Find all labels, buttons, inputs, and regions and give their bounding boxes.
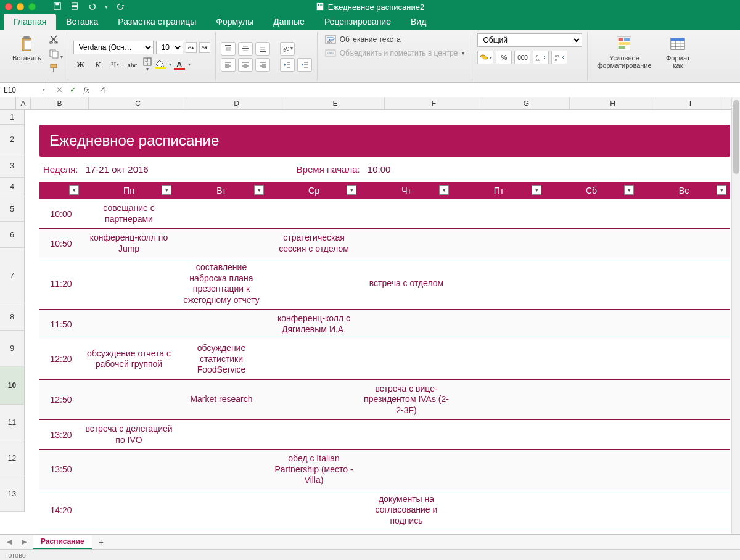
- schedule-cell[interactable]: составление наброска плана презентации к…: [175, 258, 268, 309]
- schedule-cell[interactable]: [83, 310, 175, 339]
- schedule-cell[interactable]: [638, 450, 730, 490]
- fill-color-button[interactable]: [155, 60, 166, 69]
- undo-dropdown[interactable]: ▾: [105, 4, 108, 10]
- row-header-9[interactable]: 9: [0, 331, 25, 366]
- column-header-D[interactable]: D: [187, 97, 286, 109]
- filter-dropdown-day-2[interactable]: [347, 185, 356, 195]
- format-painter-button[interactable]: [49, 63, 63, 75]
- save-icon[interactable]: [53, 2, 62, 12]
- schedule-cell[interactable]: [638, 229, 730, 258]
- schedule-cell[interactable]: [638, 258, 730, 309]
- schedule-cell[interactable]: обсуждение статистики FoodService: [175, 339, 268, 379]
- format-as-table-button[interactable]: Формат как: [659, 33, 696, 70]
- copy-button[interactable]: ▾: [49, 49, 63, 60]
- decrease-font-button[interactable]: A▾: [199, 42, 210, 53]
- font-name-select[interactable]: Verdana (Осн…: [73, 41, 154, 54]
- filter-dropdown-day-0[interactable]: [162, 185, 171, 195]
- column-header-C[interactable]: C: [89, 97, 187, 109]
- paste-button[interactable]: Вставить: [9, 33, 45, 63]
- fx-button[interactable]: fx: [80, 84, 92, 96]
- select-all-corner[interactable]: [0, 97, 16, 109]
- schedule-cell[interactable]: [360, 199, 453, 228]
- conditional-formatting-button[interactable]: Условное форматирование: [593, 33, 656, 70]
- formula-input[interactable]: [96, 86, 740, 94]
- start-time-value[interactable]: 10:00: [368, 164, 391, 175]
- tab-insert[interactable]: Вставка: [56, 14, 108, 30]
- column-header-G[interactable]: G: [483, 97, 570, 109]
- schedule-cell[interactable]: [453, 199, 545, 228]
- align-left-button[interactable]: [221, 58, 236, 72]
- schedule-cell[interactable]: встреча с отделом: [360, 258, 453, 309]
- schedule-cell[interactable]: [175, 199, 268, 228]
- number-format-select[interactable]: Общий: [477, 33, 582, 47]
- zoom-window-button[interactable]: [28, 3, 36, 10]
- sheet-nav-prev[interactable]: ◀: [4, 537, 15, 548]
- schedule-time[interactable]: 11:50: [39, 310, 83, 339]
- percent-button[interactable]: %: [496, 51, 512, 64]
- schedule-cell[interactable]: [360, 229, 453, 258]
- filter-dropdown-time[interactable]: [69, 185, 79, 195]
- day-header-3[interactable]: Чт: [360, 182, 453, 199]
- schedule-time[interactable]: 14:20: [39, 490, 83, 530]
- tab-view[interactable]: Вид: [401, 14, 436, 30]
- filter-dropdown-day-1[interactable]: [254, 185, 264, 195]
- strike-button[interactable]: abc: [125, 58, 140, 72]
- schedule-time[interactable]: 10:50: [39, 229, 83, 258]
- tab-formulas[interactable]: Формулы: [206, 14, 263, 30]
- schedule-cell[interactable]: [453, 310, 545, 339]
- align-middle-button[interactable]: [238, 42, 253, 56]
- decrease-indent-button[interactable]: [280, 58, 295, 72]
- schedule-cell[interactable]: встреча с делегацией по IVO: [83, 420, 175, 449]
- orientation-button[interactable]: ab▾: [280, 42, 295, 56]
- row-header-6[interactable]: 6: [0, 222, 25, 248]
- column-header-F[interactable]: F: [385, 97, 483, 109]
- filter-dropdown-day-3[interactable]: [439, 185, 449, 195]
- day-header-5[interactable]: Сб: [545, 182, 638, 199]
- column-header-B[interactable]: B: [31, 97, 89, 109]
- increase-decimal-button[interactable]: .0.00: [533, 51, 549, 64]
- schedule-cell[interactable]: [545, 380, 638, 420]
- schedule-cell[interactable]: [175, 229, 268, 258]
- merge-center-button[interactable]: Объединить и поместить в центре ▾: [325, 48, 465, 58]
- schedule-cell[interactable]: [638, 199, 730, 228]
- schedule-cell[interactable]: встреча с вице-президентом IVAs (2-2-3F): [360, 380, 453, 420]
- column-header-I[interactable]: I: [656, 97, 725, 109]
- italic-button[interactable]: К: [91, 58, 105, 72]
- schedule-cell[interactable]: документы на согласование и подпись: [360, 490, 453, 530]
- close-window-button[interactable]: [5, 3, 12, 10]
- row-header-1[interactable]: 1: [0, 110, 25, 125]
- schedule-cell[interactable]: стратегическая сессия с отделом: [268, 229, 360, 258]
- schedule-cell[interactable]: [83, 490, 175, 530]
- underline-button[interactable]: Ч▾: [108, 58, 123, 72]
- schedule-cell[interactable]: [83, 380, 175, 420]
- day-header-0[interactable]: Пн: [83, 182, 175, 199]
- day-header-4[interactable]: Пт: [453, 182, 545, 199]
- tab-page-layout[interactable]: Разметка страницы: [108, 14, 206, 30]
- schedule-cell[interactable]: Market research: [175, 380, 268, 420]
- schedule-cell[interactable]: конференц-колл с Дягилевым И.А.: [268, 310, 360, 339]
- schedule-cell[interactable]: [175, 450, 268, 490]
- schedule-cell[interactable]: конференц-колл по Jump: [83, 229, 175, 258]
- row-header-2[interactable]: 2: [0, 125, 25, 154]
- row-header-3[interactable]: 3: [0, 154, 25, 178]
- schedule-cell[interactable]: [545, 450, 638, 490]
- currency-button[interactable]: ▾: [477, 51, 493, 64]
- print-preview-icon[interactable]: [70, 2, 79, 12]
- schedule-cell[interactable]: [175, 490, 268, 530]
- align-top-button[interactable]: [221, 42, 236, 56]
- schedule-cell[interactable]: [360, 420, 453, 449]
- sheet-nav-next[interactable]: ▶: [18, 537, 30, 548]
- add-sheet-button[interactable]: +: [96, 537, 107, 548]
- schedule-cell[interactable]: [453, 258, 545, 309]
- schedule-cell[interactable]: [453, 380, 545, 420]
- schedule-cell[interactable]: [453, 229, 545, 258]
- border-button[interactable]: ▾: [142, 57, 152, 72]
- thousands-button[interactable]: 000: [514, 51, 530, 64]
- row-header-11[interactable]: 11: [0, 405, 25, 440]
- filter-dropdown-day-6[interactable]: [717, 185, 726, 195]
- schedule-cell[interactable]: [638, 420, 730, 449]
- cut-button[interactable]: [49, 35, 63, 46]
- schedule-time[interactable]: 13:50: [39, 450, 83, 490]
- schedule-cell[interactable]: [268, 490, 360, 530]
- row-header-13[interactable]: 13: [0, 476, 25, 512]
